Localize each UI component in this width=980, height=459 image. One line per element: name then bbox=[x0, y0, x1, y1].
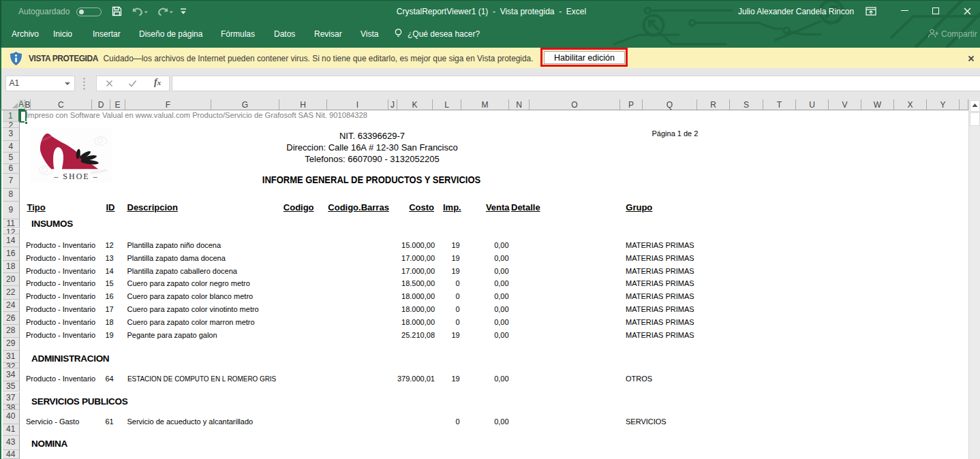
svg-text:– SHOE –: – SHOE – bbox=[53, 172, 98, 181]
